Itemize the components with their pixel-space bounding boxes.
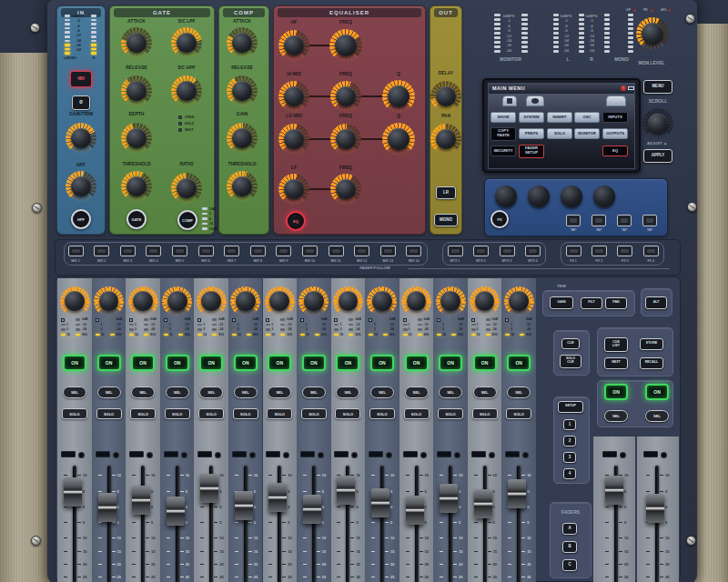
eq-button[interactable]: EQ	[286, 211, 306, 231]
clr-button[interactable]: CLR	[561, 338, 580, 349]
screen-button-solo[interactable]: SOLO	[547, 128, 572, 139]
mix-button-7[interactable]	[224, 246, 239, 256]
fx-assign-button-2[interactable]	[592, 246, 607, 256]
layer-button-2[interactable]: 2	[563, 436, 576, 447]
ch4-encoder[interactable]	[162, 286, 192, 316]
ch11-fader-cap[interactable]	[406, 496, 424, 525]
ch10-on-button[interactable]: ON	[370, 355, 394, 371]
comp-threshold-knob[interactable]	[227, 171, 258, 202]
screen-button-fader-setup[interactable]: FADER SETUP	[519, 145, 544, 158]
fx-knob-4[interactable]	[593, 186, 615, 207]
fx-knob-1[interactable]	[495, 186, 517, 207]
trim-gain-button[interactable]: GAIN	[550, 296, 573, 309]
solo-clr-button[interactable]: SOLO CLR	[560, 355, 581, 368]
ch12-sel-button[interactable]: SEL	[439, 386, 462, 398]
phantom-48v-button[interactable]: 48V	[70, 71, 92, 87]
ch13-on-button[interactable]: ON	[473, 355, 497, 371]
ch3-encoder[interactable]	[128, 286, 158, 316]
ch1-sel-button[interactable]: SEL	[63, 386, 86, 398]
fx-knob-2[interactable]	[528, 186, 550, 207]
ch3-sel-button[interactable]: SEL	[131, 386, 155, 398]
ch14-sel-button[interactable]: SEL	[507, 386, 531, 398]
ch7-encoder[interactable]	[265, 286, 295, 316]
mix-button-10[interactable]	[302, 246, 318, 256]
master1-fader-cap[interactable]	[605, 476, 623, 505]
mix-button-14[interactable]	[406, 246, 421, 256]
master2-on-button[interactable]: ON	[645, 384, 669, 400]
in-hpf-button[interactable]: HPF	[71, 209, 91, 229]
apply-button[interactable]: APPLY	[643, 149, 672, 163]
eq-himid-freq-knob[interactable]	[330, 81, 361, 112]
ch5-sel-button[interactable]: SEL	[199, 386, 223, 398]
ch8-fader-cap[interactable]	[303, 495, 321, 524]
ch1-fader-cap[interactable]	[64, 477, 82, 507]
ch12-on-button[interactable]: ON	[439, 355, 462, 371]
filt-button[interactable]: FILT	[581, 297, 602, 309]
mix-button-8[interactable]	[250, 246, 266, 256]
master1-on-button[interactable]: ON	[604, 384, 628, 400]
scroll-adjust-knob[interactable]	[642, 108, 673, 139]
fader-bank-b-button[interactable]: B	[562, 541, 577, 553]
next-button[interactable]: NEXT	[604, 357, 628, 369]
screen-button-prefs[interactable]: PREFS	[519, 128, 544, 139]
ch7-solo-button[interactable]: SOLO	[267, 408, 292, 419]
mix-button-3[interactable]	[120, 246, 136, 256]
screen-button-osc[interactable]: OSC	[574, 112, 600, 123]
ch7-sel-button[interactable]: SEL	[268, 386, 291, 398]
screen-button-outputs[interactable]: OUTPUTS	[602, 128, 628, 139]
comp-ratio-knob[interactable]	[171, 173, 202, 204]
out-mono-button[interactable]: MONO	[434, 214, 458, 226]
ch6-fader-cap[interactable]	[235, 491, 253, 520]
comp-attack-knob[interactable]	[227, 27, 258, 58]
eq-hf-freq-knob[interactable]	[329, 29, 362, 62]
ch5-fader-cap[interactable]	[200, 474, 218, 503]
eq-lomid-q-knob[interactable]	[382, 123, 415, 156]
ch9-encoder[interactable]	[333, 286, 363, 316]
ch5-on-button[interactable]: ON	[199, 355, 223, 371]
tab-right[interactable]	[606, 95, 626, 106]
mix-button-1[interactable]	[68, 246, 84, 256]
ch12-fader-cap[interactable]	[440, 484, 458, 513]
screen-button-show[interactable]: SHOW	[490, 112, 516, 123]
mtx-button-1[interactable]	[448, 246, 463, 256]
ch10-fader-cap[interactable]	[371, 488, 389, 517]
ch2-sel-button[interactable]: SEL	[97, 386, 121, 398]
ch13-fader-track[interactable]	[483, 466, 487, 582]
ch6-encoder[interactable]	[230, 286, 260, 316]
gate-button[interactable]: GATE	[126, 209, 147, 229]
ch10-solo-button[interactable]: SOLO	[369, 408, 395, 419]
ch11-solo-button[interactable]: SOLO	[404, 408, 430, 419]
eq-himid-q-knob[interactable]	[382, 80, 415, 113]
out-lr-button[interactable]: LR	[436, 186, 456, 199]
ch5-solo-button[interactable]: SOLO	[198, 408, 224, 419]
ch8-sel-button[interactable]: SEL	[302, 386, 326, 398]
fader-bank-a-button[interactable]: A	[562, 523, 577, 535]
ch11-sel-button[interactable]: SEL	[405, 386, 429, 398]
store-button[interactable]: STORE	[640, 338, 663, 350]
eq-himid-gain-knob[interactable]	[278, 81, 309, 112]
ch7-fader-cap[interactable]	[268, 483, 287, 512]
mtx-button-3[interactable]	[500, 246, 515, 256]
ch3-on-button[interactable]: ON	[131, 355, 155, 371]
ch9-fader-cap[interactable]	[337, 476, 355, 505]
master2-fader-cap[interactable]	[646, 494, 664, 523]
screen-button-inputs[interactable]: INPUTS	[602, 112, 628, 123]
alt-button[interactable]: ALT	[645, 296, 667, 309]
ch2-solo-button[interactable]: SOLO	[96, 408, 122, 419]
phase-button[interactable]: Ø	[72, 95, 90, 110]
ch4-solo-button[interactable]: SOLO	[165, 408, 190, 419]
ch14-on-button[interactable]: ON	[507, 355, 531, 371]
ch7-on-button[interactable]: ON	[268, 355, 291, 371]
mix-button-4[interactable]	[146, 246, 161, 256]
ch6-sel-button[interactable]: SEL	[234, 386, 258, 398]
fx-knob-3[interactable]	[561, 186, 582, 207]
ch1-encoder[interactable]	[60, 286, 90, 316]
mix-button-6[interactable]	[198, 246, 214, 256]
ch2-encoder[interactable]	[94, 286, 124, 316]
ch5-encoder[interactable]	[197, 286, 227, 316]
ch12-solo-button[interactable]: SOLO	[438, 408, 463, 419]
gate-attack-knob[interactable]	[121, 27, 152, 58]
mtx-button-4[interactable]	[525, 246, 541, 256]
ch4-sel-button[interactable]: SEL	[166, 386, 189, 398]
ch10-encoder[interactable]	[367, 286, 397, 316]
